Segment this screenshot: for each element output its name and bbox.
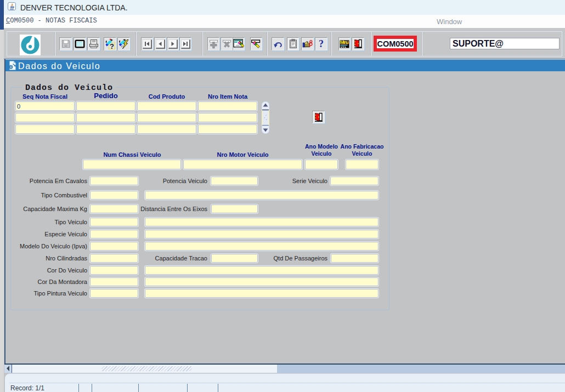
svg-text:?: ? bbox=[319, 38, 324, 49]
